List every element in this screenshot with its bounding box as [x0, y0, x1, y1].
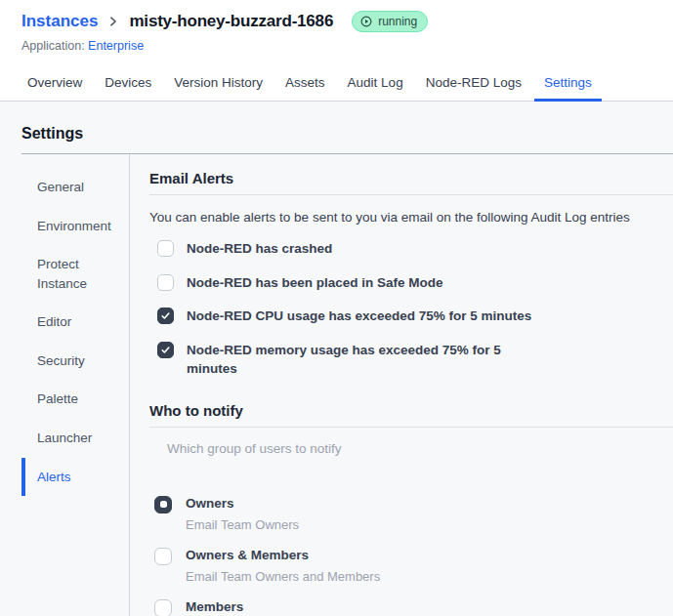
notify-option-list: Owners Email Team Owners Owners & Member…	[154, 495, 673, 616]
tab[interactable]: Node-RED Logs	[416, 67, 531, 102]
check-icon	[160, 310, 171, 321]
email-alerts-description: You can enable alerts to be sent to you …	[149, 210, 673, 225]
sidebar-item[interactable]: Environment	[21, 207, 129, 246]
instance-tabs: OverviewDevicesVersion HistoryAssetsAudi…	[0, 67, 673, 102]
who-to-notify-hint: Which group of users to notify	[167, 441, 673, 456]
notify-option-sublabel: Email Team Owners and Members	[186, 569, 380, 584]
notify-option-row[interactable]: Owners Email Team Owners	[154, 495, 673, 532]
alert-checkbox-row[interactable]: Node-RED has been placed in Safe Mode	[157, 273, 673, 293]
email-alerts-section: Email Alerts You can enable alerts to be…	[149, 170, 673, 379]
notify-option-text: Members Email Team Members	[186, 598, 308, 616]
sidebar-item[interactable]: Launcher	[21, 419, 129, 458]
page-title: Settings	[21, 125, 673, 143]
radio-button[interactable]	[154, 548, 172, 565]
email-alerts-title: Email Alerts	[149, 170, 673, 186]
checkbox[interactable]	[157, 342, 174, 358]
play-circle-icon	[359, 15, 373, 28]
who-to-notify-title: Who to notify	[149, 402, 673, 419]
settings-page: Settings GeneralEnvironmentProtect Insta…	[0, 102, 673, 616]
tab[interactable]: Devices	[95, 67, 161, 102]
sidebar-item[interactable]: Palette	[21, 380, 129, 419]
notify-option-row[interactable]: Members Email Team Members	[154, 598, 673, 616]
tab[interactable]: Audit Log	[338, 67, 413, 102]
who-to-notify-section: Who to notify Which group of users to no…	[149, 402, 673, 616]
chevron-right-icon	[106, 15, 120, 28]
alert-checkbox-row[interactable]: Node-RED has crashed	[157, 239, 673, 259]
settings-main: Email Alerts You can enable alerts to be…	[130, 154, 673, 616]
email-alerts-divider	[149, 194, 673, 195]
notify-option-label: Members	[186, 598, 308, 616]
checkbox-label: Node-RED has been placed in Safe Mode	[187, 273, 443, 293]
instance-name: misty-honey-buzzard-1686	[129, 12, 333, 31]
settings-sidebar: GeneralEnvironmentProtect InstanceEditor…	[21, 154, 130, 616]
notify-option-label: Owners & Members	[186, 547, 380, 565]
radio-dot-icon	[160, 501, 167, 508]
alert-checkbox-row[interactable]: Node-RED memory usage has exceeded 75% f…	[157, 341, 673, 379]
notify-option-text: Owners Email Team Owners	[186, 495, 299, 532]
sidebar-item[interactable]: Editor	[21, 303, 129, 342]
alert-checkbox-list: Node-RED has crashed Node-RED has been p…	[157, 239, 673, 379]
application-link[interactable]: Enterprise	[88, 39, 144, 53]
application-label: Application:	[21, 39, 85, 53]
application-row: Application: Enterprise	[21, 39, 652, 53]
breadcrumb: Instances misty-honey-buzzard-1686 runni…	[21, 11, 652, 32]
status-badge: running	[352, 11, 428, 32]
instance-header: Instances misty-honey-buzzard-1686 runni…	[0, 0, 673, 53]
tab[interactable]: Assets	[275, 67, 335, 102]
checkbox[interactable]	[157, 274, 174, 291]
checkbox-label: Node-RED memory usage has exceeded 75% f…	[187, 341, 540, 379]
breadcrumb-instances-link[interactable]: Instances	[21, 12, 98, 31]
notify-option-row[interactable]: Owners & Members Email Team Owners and M…	[154, 547, 673, 584]
checkbox-label: Node-RED CPU usage has exceeded 75% for …	[187, 307, 531, 326]
checkbox[interactable]	[157, 308, 174, 324]
check-icon	[160, 345, 171, 355]
notify-option-text: Owners & Members Email Team Owners and M…	[186, 547, 380, 584]
tab[interactable]: Version History	[164, 67, 273, 102]
checkbox-label: Node-RED has crashed	[187, 239, 332, 259]
sidebar-item[interactable]: Alerts	[21, 458, 129, 497]
notify-option-label: Owners	[186, 495, 299, 513]
tab[interactable]: Settings	[534, 67, 602, 102]
who-to-notify-divider	[149, 427, 673, 428]
sidebar-item[interactable]: General	[21, 168, 129, 207]
radio-button[interactable]	[154, 599, 172, 616]
status-label: running	[378, 16, 417, 27]
radio-button[interactable]	[154, 496, 172, 513]
notify-option-sublabel: Email Team Owners	[186, 517, 299, 532]
sidebar-item[interactable]: Security	[21, 342, 129, 381]
sidebar-item[interactable]: Protect Instance	[21, 245, 129, 303]
checkbox[interactable]	[157, 240, 174, 257]
tab[interactable]: Overview	[18, 67, 92, 102]
alert-checkbox-row[interactable]: Node-RED CPU usage has exceeded 75% for …	[157, 307, 673, 326]
